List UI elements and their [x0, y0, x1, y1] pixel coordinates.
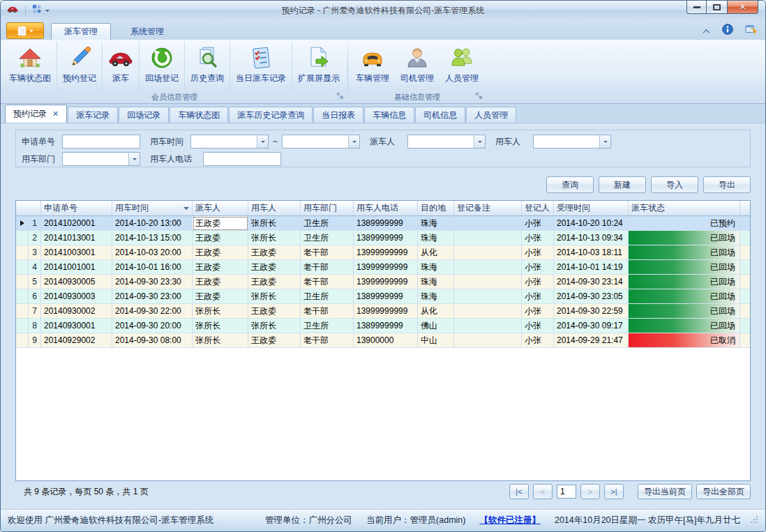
- cell-destination[interactable]: 珠海: [418, 260, 454, 275]
- cell-destination[interactable]: 从化: [418, 245, 454, 260]
- cell-user[interactable]: 张所长: [248, 289, 301, 304]
- cell-destination[interactable]: 珠海: [418, 231, 454, 245]
- column-header-user[interactable]: 用车人: [248, 201, 301, 215]
- cell-dispatcher[interactable]: 张所长: [193, 304, 248, 319]
- use-time-from-combobox[interactable]: [190, 135, 269, 149]
- vehicle-management-button[interactable]: 车辆管理: [350, 42, 395, 91]
- cell-status[interactable]: 已取消: [629, 333, 740, 348]
- resize-grip[interactable]: [750, 515, 758, 526]
- doc-tab-4[interactable]: 派车历史记录查询: [229, 107, 313, 123]
- cell-use_time[interactable]: 2014-10-01 16:00: [112, 260, 193, 275]
- cell-registrar[interactable]: 小张: [522, 333, 554, 348]
- cell-order_no[interactable]: 20140930002: [41, 304, 112, 319]
- doc-tab-2[interactable]: 回场记录: [119, 107, 169, 123]
- cell-destination[interactable]: 中山: [418, 333, 454, 348]
- app-menu-button[interactable]: [6, 22, 44, 39]
- export-all-pages-button[interactable]: 导出全部页: [696, 484, 751, 499]
- cell-department[interactable]: 老干部: [301, 260, 354, 275]
- cell-department[interactable]: 卫生所: [301, 319, 354, 333]
- chevron-down-icon[interactable]: [128, 153, 140, 165]
- cell-accept_time[interactable]: 2014-09-30 22:59: [554, 304, 629, 319]
- cell-dispatcher[interactable]: 王政委: [193, 216, 248, 231]
- column-header-destination[interactable]: 目的地: [418, 201, 454, 215]
- cell-order_no[interactable]: 20141003001: [41, 245, 112, 260]
- dialog-launcher-icon[interactable]: [476, 93, 483, 101]
- cell-status[interactable]: 已预约: [629, 216, 740, 231]
- cell-remark[interactable]: [454, 304, 522, 319]
- doc-tab-6[interactable]: 车辆信息: [364, 107, 414, 123]
- cell-phone[interactable]: 1389999999: [354, 289, 418, 304]
- today-dispatch-records-button[interactable]: 当日派车记录: [230, 42, 292, 91]
- extend-screen-button[interactable]: 扩展屏显示: [292, 42, 345, 91]
- cell-order_no[interactable]: 20140929002: [41, 333, 112, 348]
- cell-registrar[interactable]: 小张: [522, 216, 554, 231]
- cell-phone[interactable]: 13900000: [354, 333, 418, 348]
- dialog-launcher-icon[interactable]: [337, 93, 344, 101]
- cell-user[interactable]: 张所长: [248, 216, 301, 231]
- cell-remark[interactable]: [454, 260, 522, 275]
- cell-department[interactable]: 卫生所: [301, 231, 354, 245]
- cell-user[interactable]: 张所长: [248, 319, 301, 333]
- chevron-down-icon[interactable]: [348, 135, 359, 148]
- cell-remark[interactable]: [454, 319, 522, 333]
- new-button[interactable]: 新建: [599, 176, 646, 193]
- cell-dispatcher[interactable]: 王政委: [193, 231, 248, 245]
- cell-use_time[interactable]: 2014-09-30 08:00: [112, 333, 193, 348]
- ribbon-tab-dispatch-management[interactable]: 派车管理: [51, 23, 111, 40]
- cell-dispatcher[interactable]: 王政委: [193, 289, 248, 304]
- table-row[interactable]: 2201410130012014-10-13 15:00王政委张所长卫生所138…: [16, 231, 750, 245]
- return-register-button[interactable]: 回场登记: [139, 42, 184, 91]
- cell-status[interactable]: 已回场: [629, 275, 740, 289]
- history-query-button[interactable]: 历史查询: [184, 42, 230, 91]
- doc-tab-0[interactable]: 预约记录✕: [5, 105, 67, 123]
- column-header-order_no[interactable]: 申请单号: [41, 201, 112, 215]
- table-row[interactable]: 7201409300022014-09-30 22:00张所长王政委老干部139…: [16, 304, 750, 319]
- table-row[interactable]: 6201409300032014-09-30 23:00王政委张所长卫生所138…: [16, 289, 750, 304]
- cell-remark[interactable]: [454, 216, 522, 231]
- table-row[interactable]: 5201409300052014-09-30 23:30王政委王政委老干部139…: [16, 275, 750, 289]
- use-time-to-combobox[interactable]: [282, 135, 360, 149]
- table-row[interactable]: 8201409300012014-09-30 20:00张所长张所长卫生所138…: [16, 319, 750, 333]
- cell-registrar[interactable]: 小张: [522, 231, 554, 245]
- export-current-page-button[interactable]: 导出当前页: [638, 484, 692, 499]
- cell-user[interactable]: 王政委: [248, 275, 301, 289]
- phone-input[interactable]: [203, 152, 281, 166]
- info-icon[interactable]: [722, 24, 733, 38]
- cell-department[interactable]: 卫生所: [301, 289, 354, 304]
- cell-department[interactable]: 老干部: [301, 333, 354, 348]
- cell-department[interactable]: 老干部: [301, 245, 354, 260]
- column-header-department[interactable]: 用车部门: [301, 201, 354, 215]
- cell-dispatcher[interactable]: 王政委: [193, 260, 248, 275]
- user-combobox[interactable]: [533, 135, 611, 149]
- cell-dispatcher[interactable]: 王政委: [193, 275, 248, 289]
- cell-order_no[interactable]: 20140930003: [41, 289, 112, 304]
- column-header-use_time[interactable]: 用车时间: [112, 201, 193, 215]
- cell-accept_time[interactable]: 2014-09-30 23:05: [554, 289, 629, 304]
- export-button[interactable]: 导出: [703, 176, 751, 193]
- chevron-down-icon[interactable]: [257, 135, 268, 148]
- cell-phone[interactable]: 1389999999: [354, 216, 418, 231]
- ribbon-tab-system-management[interactable]: 系统管理: [118, 23, 177, 40]
- cell-use_time[interactable]: 2014-09-30 22:00: [112, 304, 193, 319]
- cell-status[interactable]: 已回场: [629, 245, 740, 260]
- cell-remark[interactable]: [454, 245, 522, 260]
- cell-registrar[interactable]: 小张: [522, 319, 554, 333]
- cell-use_time[interactable]: 2014-09-30 23:00: [112, 289, 193, 304]
- close-button[interactable]: ✕: [727, 1, 758, 14]
- cell-phone[interactable]: 13999999999: [354, 275, 418, 289]
- license-link[interactable]: 【软件已注册】: [479, 515, 541, 526]
- cell-phone[interactable]: 13999999999: [354, 260, 418, 275]
- cell-department[interactable]: 卫生所: [301, 216, 354, 231]
- cell-use_time[interactable]: 2014-09-30 20:00: [112, 319, 193, 333]
- column-header-remark[interactable]: 登记备注: [454, 201, 522, 215]
- cell-destination[interactable]: 珠海: [418, 216, 454, 231]
- cell-phone[interactable]: 1389999999: [354, 231, 418, 245]
- last-page-button[interactable]: >|: [604, 484, 624, 499]
- cell-dispatcher[interactable]: 王政委: [193, 245, 248, 260]
- sort-dropdown-icon[interactable]: [183, 207, 189, 213]
- cell-remark[interactable]: [454, 275, 522, 289]
- column-header-accept_time[interactable]: 受理时间: [554, 201, 629, 215]
- page-number-input[interactable]: [557, 485, 576, 499]
- department-combobox[interactable]: [62, 152, 140, 166]
- cell-destination[interactable]: 珠海: [418, 275, 454, 289]
